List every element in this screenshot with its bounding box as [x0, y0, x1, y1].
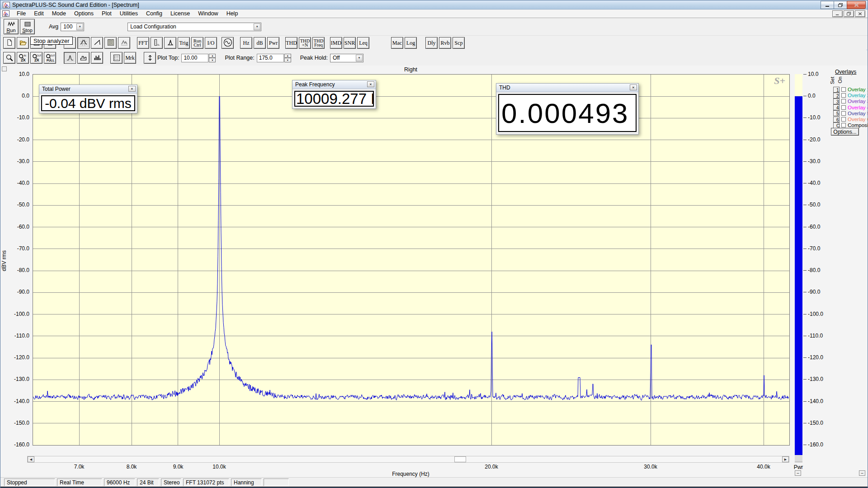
range-button[interactable]	[144, 52, 156, 64]
child-restore-button[interactable]	[844, 10, 854, 17]
new-file-button[interactable]	[3, 37, 15, 49]
run-control-button[interactable]: RunCtrl	[191, 37, 203, 49]
overlay-on-checkbox-C[interactable]	[841, 123, 846, 127]
scrollbar-thumb[interactable]	[454, 456, 466, 462]
overlay-set-button-6[interactable]: 6	[833, 117, 840, 122]
menu-item-mode[interactable]: Mode	[48, 9, 70, 18]
thd-titlebar[interactable]: THD ✕	[496, 84, 638, 92]
scaling-button[interactable]	[151, 37, 163, 49]
status-cell-6: Hanning	[231, 479, 262, 486]
time-series-view-button[interactable]	[77, 37, 90, 49]
run-button[interactable]: Run	[4, 19, 19, 34]
surface-view-button[interactable]	[118, 37, 130, 49]
trigger-button[interactable]: Trig	[178, 37, 190, 49]
overlay-options-button[interactable]: Options...	[831, 128, 859, 136]
close-button[interactable]	[847, 1, 866, 9]
menu-item-file[interactable]: File	[13, 9, 30, 18]
reverb-button[interactable]: Rvb	[439, 37, 451, 49]
total-power-titlebar[interactable]: Total Power ✕	[39, 85, 137, 94]
scroll-right-icon[interactable]: ▶	[782, 456, 789, 462]
plot-range-input[interactable]: 175.0	[257, 54, 284, 62]
minimize-button[interactable]	[821, 1, 834, 9]
thd-window[interactable]: THD ✕ 0.000493	[496, 83, 639, 135]
marker-button[interactable]: Mrk	[124, 52, 136, 64]
open-file-button[interactable]	[17, 37, 29, 49]
zoom-in-2x-button[interactable]: IN2X	[17, 52, 29, 64]
bar-plot-button[interactable]	[91, 52, 103, 64]
zoom-tool-button[interactable]	[3, 52, 15, 64]
delay-button[interactable]: Dly	[425, 37, 438, 49]
thd-freq-button[interactable]: THDFreq	[312, 37, 325, 49]
peak-hold-select[interactable]: Off ▼	[330, 54, 363, 62]
power-units-button[interactable]: Pwr	[267, 37, 279, 49]
overlay-set-button-2[interactable]: 2	[833, 93, 840, 99]
stop-button[interactable]: Stop	[20, 19, 35, 34]
spin-down-icon[interactable]: ▼	[284, 58, 291, 62]
peak-frequency-titlebar[interactable]: Peak Frequency ✕	[292, 80, 376, 89]
legend-button[interactable]	[110, 52, 123, 64]
calibration-button[interactable]	[164, 37, 176, 49]
plot-top-spinner[interactable]: ▲▼	[209, 54, 216, 62]
plot-range-value: 175.0	[259, 55, 273, 61]
overlay-set-button-4[interactable]: 4	[833, 104, 840, 110]
overlay-on-checkbox-4[interactable]	[841, 105, 846, 110]
plot-range-spinner[interactable]: ▲▼	[284, 54, 291, 62]
peak-curve-button[interactable]	[64, 52, 76, 64]
logging-button[interactable]: Log	[405, 37, 417, 49]
peak-frequency-window[interactable]: Peak Frequency ✕ 10009.277 Hz	[292, 80, 376, 109]
overlay-set-button-1[interactable]: 1	[833, 87, 840, 93]
io-device-button[interactable]: I/O	[205, 37, 217, 49]
spectrum-plot[interactable]: S+	[33, 74, 790, 446]
spin-up-icon[interactable]: ▲	[209, 54, 216, 58]
hz-units-button[interactable]: Hz	[240, 37, 252, 49]
signal-generator-button[interactable]	[222, 37, 234, 49]
spin-up-icon[interactable]: ▲	[284, 54, 291, 58]
close-icon[interactable]: ✕	[128, 86, 136, 92]
panel-collapse-button[interactable]: –	[859, 470, 865, 476]
overlay-set-button-5[interactable]: 5	[833, 110, 840, 116]
overlay-set-button-3[interactable]: 3	[833, 99, 840, 104]
thd-n-button[interactable]: THD+N	[299, 37, 311, 49]
avg-select[interactable]: 100 ▼	[61, 23, 84, 31]
step-plot-button[interactable]	[77, 52, 90, 64]
menu-item-options[interactable]: Options	[70, 9, 98, 18]
menu-item-utilities[interactable]: Utilities	[116, 9, 142, 18]
fft-settings-button[interactable]: FFT	[137, 37, 149, 49]
menu-item-window[interactable]: Window	[194, 9, 222, 18]
menu-item-edit[interactable]: Edit	[30, 9, 48, 18]
zoom-out-2x-button[interactable]: OUT2X	[30, 52, 42, 64]
thd-button[interactable]: THD	[285, 37, 297, 49]
overlay-set-button-C[interactable]: C	[833, 122, 840, 128]
menu-item-plot[interactable]: Plot	[98, 9, 116, 18]
scroll-left-icon[interactable]: ◀	[28, 456, 34, 462]
spin-down-icon[interactable]: ▼	[209, 58, 216, 62]
child-close-button[interactable]	[855, 10, 865, 17]
db-units-button[interactable]: dB	[254, 37, 266, 49]
channel-title: Right	[33, 66, 789, 73]
snr-button[interactable]: SNR	[344, 37, 356, 49]
menu-item-help[interactable]: Help	[222, 9, 242, 18]
load-configuration-select[interactable]: Load Configuration ▼	[127, 23, 261, 31]
close-icon[interactable]: ✕	[367, 81, 374, 87]
overlay-on-checkbox-1[interactable]	[841, 87, 846, 92]
imd-button[interactable]: IMD	[330, 37, 342, 49]
menu-item-config[interactable]: Config	[142, 9, 166, 18]
spectrum-view-button[interactable]	[91, 37, 103, 49]
overlay-on-checkbox-5[interactable]	[841, 111, 846, 116]
overlay-on-checkbox-2[interactable]	[841, 93, 846, 98]
macro-button[interactable]: Mac	[391, 37, 403, 49]
restore-button[interactable]	[834, 1, 847, 9]
total-power-window[interactable]: Total Power ✕ -0.04 dBV rms	[39, 84, 137, 113]
menu-item-license[interactable]: License	[166, 9, 194, 18]
meter-collapse-button[interactable]: –	[795, 470, 801, 476]
plot-top-input[interactable]: 10.00	[181, 54, 208, 62]
overlay-on-checkbox-3[interactable]	[841, 99, 846, 103]
spectrogram-view-button[interactable]	[104, 37, 117, 49]
overlay-on-checkbox-6[interactable]	[841, 117, 846, 122]
close-icon[interactable]: ✕	[630, 84, 637, 90]
horizontal-scrollbar[interactable]: ◀ ▶	[27, 456, 789, 463]
child-minimize-button[interactable]	[832, 10, 843, 17]
zoom-out-full-button[interactable]: OUTFULL	[44, 52, 56, 64]
leq-button[interactable]: Leq	[357, 37, 369, 49]
scope-button[interactable]: Scp	[453, 37, 465, 49]
